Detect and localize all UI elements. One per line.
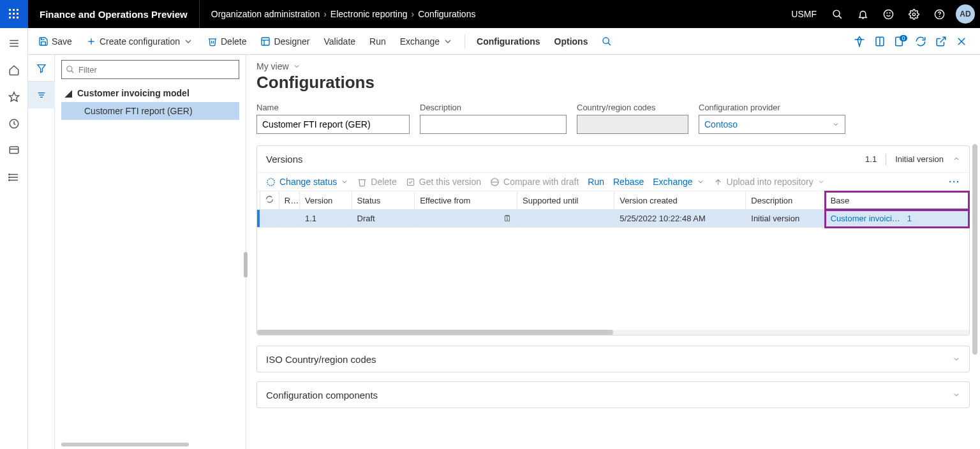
compare-label: Compare with draft	[503, 177, 579, 187]
name-input[interactable]	[256, 115, 410, 134]
configurations-tab[interactable]: Configurations	[471, 34, 546, 49]
bell-icon[interactable]	[850, 0, 875, 28]
chevron-down-icon	[443, 36, 453, 47]
breadcrumb-item[interactable]: Configurations	[418, 9, 475, 19]
svg-rect-6	[9, 17, 11, 18]
version-run-button[interactable]: Run	[588, 177, 604, 187]
col-refresh[interactable]	[260, 191, 279, 210]
filter-tabs	[28, 55, 55, 449]
col-description[interactable]: Description	[746, 191, 825, 210]
popout-icon[interactable]	[932, 32, 951, 51]
create-configuration-button[interactable]: Create configuration	[81, 34, 198, 49]
svg-rect-8	[17, 17, 19, 18]
tree-hscrollbar[interactable]	[61, 443, 189, 446]
cell-base[interactable]: Customer invoici… 1	[825, 210, 969, 228]
designer-button[interactable]: Designer	[255, 34, 315, 49]
smile-icon[interactable]	[875, 0, 901, 28]
version-exchange-button[interactable]: Exchange	[653, 177, 704, 187]
chevron-up-icon[interactable]	[953, 154, 960, 165]
rebase-button[interactable]: Rebase	[613, 177, 644, 187]
office-icon[interactable]	[870, 32, 889, 51]
provider-select[interactable]: Contoso	[699, 115, 845, 134]
run-button[interactable]: Run	[364, 34, 391, 49]
separator	[886, 154, 886, 165]
breadcrumb-item[interactable]: Organization administration	[211, 9, 320, 19]
avatar[interactable]: AD	[956, 4, 975, 24]
refresh-icon[interactable]	[911, 32, 930, 51]
diamond-icon[interactable]	[850, 32, 869, 51]
content-vscrollbar[interactable]	[972, 144, 977, 355]
separator	[464, 34, 465, 48]
chevron-down-icon	[953, 391, 960, 399]
col-base[interactable]: Base	[825, 191, 969, 210]
help-icon[interactable]	[926, 0, 952, 28]
tree-filter[interactable]	[61, 60, 239, 79]
versions-header[interactable]: Versions 1.1 Initial version	[257, 146, 969, 173]
col-version[interactable]: Version	[299, 191, 352, 210]
validate-label: Validate	[324, 36, 356, 47]
versions-card: Versions 1.1 Initial version Change stat…	[256, 145, 970, 335]
svg-point-47	[67, 66, 72, 71]
save-button[interactable]: Save	[33, 34, 77, 49]
gear-icon[interactable]	[901, 0, 926, 28]
workspace-icon[interactable]	[3, 139, 26, 162]
svg-point-35	[603, 38, 609, 43]
col-status[interactable]: Status	[352, 191, 415, 210]
breadcrumb-item[interactable]: Electronic reporting	[330, 9, 408, 19]
validate-button[interactable]: Validate	[319, 34, 361, 49]
home-icon[interactable]	[3, 59, 26, 82]
versions-title: Versions	[266, 154, 865, 165]
hamburger-icon[interactable]	[3, 32, 26, 55]
col-supported-until[interactable]: Supported until	[517, 191, 614, 210]
save-label: Save	[52, 36, 72, 47]
chevron-down-icon	[183, 36, 193, 47]
svg-point-27	[8, 174, 10, 175]
base-extra[interactable]: 1	[907, 214, 912, 223]
provider-label: Configuration provider	[699, 103, 845, 112]
clock-icon[interactable]	[3, 112, 26, 135]
search-icon	[66, 65, 75, 74]
command-bar-right: 0	[850, 32, 975, 51]
svg-point-28	[8, 177, 10, 178]
svg-line-10	[838, 15, 841, 18]
chevron-down-icon	[817, 178, 825, 186]
compare-button: Compare with draft	[490, 177, 579, 187]
version-delete-button: Delete	[357, 177, 396, 187]
version-delete-label: Delete	[371, 177, 396, 187]
iso-card[interactable]: ISO Country/region codes	[256, 346, 970, 372]
attachments-icon[interactable]: 0	[891, 32, 910, 51]
svg-rect-3	[9, 13, 11, 15]
filter-tab-lines[interactable]	[28, 82, 55, 108]
search-icon[interactable]	[824, 0, 850, 28]
tree-filter-input[interactable]	[78, 65, 235, 75]
svg-rect-4	[13, 13, 15, 15]
modules-icon[interactable]	[3, 166, 26, 189]
col-r[interactable]: R…	[279, 191, 299, 210]
version-exchange-label: Exchange	[653, 177, 692, 187]
calendar-icon[interactable]: 🗓	[503, 214, 512, 223]
grid-hscrollbar[interactable]	[257, 330, 969, 335]
close-icon[interactable]	[952, 32, 971, 51]
more-button[interactable]: ···	[949, 177, 960, 187]
change-status-button[interactable]: Change status	[266, 177, 348, 187]
grid-row[interactable]: 1.1 Draft 🗓 5/25/2022 10:22:48 AM Initia…	[257, 210, 969, 228]
col-version-created[interactable]: Version created	[614, 191, 746, 210]
tree-node-parent[interactable]: ◢ Customer invoicing model	[61, 84, 239, 102]
tree-node-child[interactable]: Customer FTI report (GER)	[61, 102, 239, 120]
star-icon[interactable]	[3, 85, 26, 108]
base-link[interactable]: Customer invoici…	[831, 214, 900, 223]
chevron-down-icon	[341, 178, 348, 186]
company-code[interactable]: USMF	[791, 9, 817, 19]
components-card[interactable]: Configuration components	[256, 381, 970, 408]
versions-summary-version: 1.1	[865, 154, 877, 164]
filter-tab-funnel[interactable]	[28, 55, 55, 82]
view-selector[interactable]: My view	[256, 61, 970, 71]
delete-button[interactable]: Delete	[202, 34, 251, 49]
find-button[interactable]	[597, 34, 617, 49]
col-effective-from[interactable]: Effective from	[415, 191, 517, 210]
description-input[interactable]	[420, 115, 567, 134]
options-tab[interactable]: Options	[549, 34, 593, 49]
app-launcher[interactable]	[0, 0, 28, 28]
exchange-button[interactable]: Exchange	[395, 34, 458, 49]
country-input	[577, 115, 688, 134]
